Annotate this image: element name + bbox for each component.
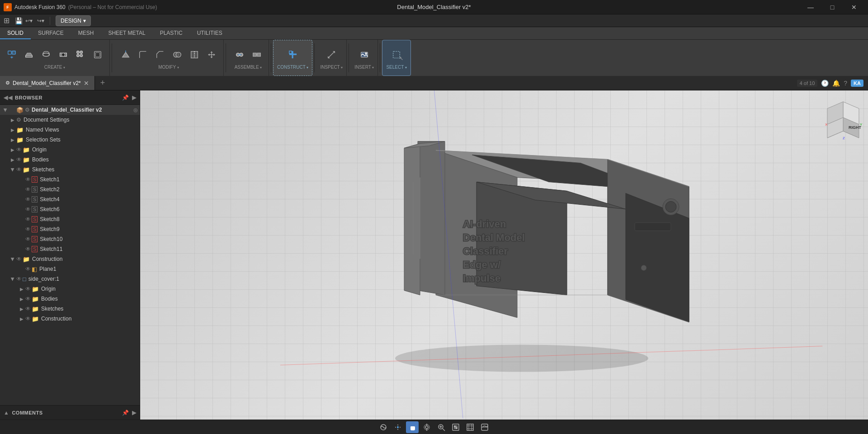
extrude-button[interactable] [21, 47, 37, 63]
construction1-eye-icon[interactable]: 👁 [16, 256, 22, 262]
tree-item-plane1[interactable]: ▶ 👁 ◧ Plane1 [0, 264, 140, 274]
sidebar-expand-button[interactable]: ▶ [132, 94, 137, 101]
tree-item-sketches2[interactable]: ▶ 👁 📁 Sketches [0, 304, 140, 314]
selection-sets-expand-arrow[interactable]: ▶ [9, 137, 16, 142]
undo-button[interactable]: ↩▾ [24, 17, 34, 25]
sketches2-eye-icon[interactable]: 👁 [25, 306, 31, 312]
environment-button[interactable] [478, 421, 491, 433]
redo-button[interactable]: ↪▾ [35, 17, 46, 25]
viewport[interactable]: AI-driven Dental Model Classifier Edge w… [140, 90, 868, 420]
tree-item-sketch9[interactable]: ▶ 👁 S Sketch9 [0, 224, 140, 234]
side-cover-expand-arrow[interactable]: ▶ [10, 275, 15, 283]
chamfer-button[interactable] [152, 47, 168, 63]
bodies2-eye-icon[interactable]: 👁 [25, 296, 31, 302]
rigid-group-button[interactable] [249, 47, 265, 63]
sketch6-eye-icon[interactable]: 👁 [25, 206, 31, 212]
bodies-expand-arrow[interactable]: ▶ [9, 157, 16, 162]
tree-item-selection-sets[interactable]: ▶ 📁 Selection Sets [0, 135, 140, 145]
grid-button[interactable] [464, 421, 476, 433]
origin-expand-arrow[interactable]: ▶ [9, 147, 16, 152]
root-target-icon[interactable]: ◎ [133, 107, 138, 113]
sketches2-expand-arrow[interactable]: ▶ [18, 307, 25, 311]
fillet-button[interactable] [135, 47, 151, 63]
minimize-button[interactable]: — [800, 0, 821, 14]
sketch9-eye-icon[interactable]: 👁 [25, 226, 31, 232]
tree-item-construction1[interactable]: ▶ 👁 📁 Construction [0, 254, 140, 264]
construct-main-button[interactable] [285, 47, 301, 63]
maximize-button[interactable]: □ [822, 0, 843, 14]
zoom-fit-button[interactable] [435, 421, 448, 433]
sketches-eye-icon[interactable]: 👁 [16, 166, 22, 173]
tree-item-sketch10[interactable]: ▶ 👁 S Sketch10 [0, 234, 140, 244]
sketches-expand-arrow[interactable]: ▶ [10, 166, 15, 173]
root-gear-icon[interactable]: ⚙ [25, 107, 30, 113]
tree-item-bodies2[interactable]: ▶ 👁 📁 Bodies [0, 294, 140, 304]
sketch11-eye-icon[interactable]: 👁 [25, 246, 31, 252]
tab-solid[interactable]: SOLID [0, 27, 31, 39]
select-button[interactable]: ↖ [388, 47, 405, 63]
tree-item-construction2[interactable]: ▶ 👁 📁 Construction [0, 314, 140, 324]
construction1-expand-arrow[interactable]: ▶ [10, 255, 15, 263]
sidebar-collapse-button[interactable]: ◀◀ [4, 94, 12, 101]
new-component-button[interactable] [4, 47, 20, 63]
named-views-expand-arrow[interactable]: ▶ [9, 127, 16, 132]
origin-eye-icon[interactable]: 👁 [16, 146, 22, 153]
look-button[interactable] [420, 421, 433, 433]
side-cover-eye-icon[interactable]: 👁 [16, 276, 22, 282]
save-icon[interactable]: 💾 [15, 17, 23, 24]
tab-sheet-metal[interactable]: SHEET METAL [101, 27, 152, 39]
tab-plastic[interactable]: PLASTIC [153, 27, 190, 39]
tree-item-sketch11[interactable]: ▶ 👁 S Sketch11 [0, 244, 140, 254]
sketch4-eye-icon[interactable]: 👁 [25, 196, 31, 203]
tree-item-side-cover[interactable]: ▶ 👁 □ side_cover:1 [0, 274, 140, 284]
app-grid-icon[interactable]: ⊞ [4, 16, 9, 25]
split-face-button[interactable] [186, 47, 203, 63]
orbit-button[interactable] [377, 421, 390, 433]
hole-button[interactable] [55, 47, 71, 63]
user-avatar[interactable]: KA [851, 80, 863, 87]
pattern-button[interactable] [72, 47, 89, 63]
sketch10-eye-icon[interactable]: 👁 [25, 236, 31, 242]
tree-item-sketch8[interactable]: ▶ 👁 S Sketch8 [0, 214, 140, 224]
tree-item-sketch2[interactable]: ▶ 👁 S Sketch2 [0, 184, 140, 194]
tree-item-named-views[interactable]: ▶ 📁 Named Views [0, 125, 140, 135]
display-mode-button[interactable] [449, 421, 462, 433]
tree-item-origin2[interactable]: ▶ 👁 📁 Origin [0, 284, 140, 294]
construction2-expand-arrow[interactable]: ▶ [18, 316, 25, 321]
sketch1-eye-icon[interactable]: 👁 [25, 176, 31, 183]
tree-item-origin[interactable]: ▶ 👁 📁 Origin [0, 145, 140, 155]
origin2-eye-icon[interactable]: 👁 [25, 286, 31, 292]
nav-cube[interactable]: RIGHT Y X Z [823, 99, 859, 136]
bodies2-expand-arrow[interactable]: ▶ [18, 297, 25, 302]
move-button[interactable] [203, 47, 220, 63]
shell-button[interactable] [90, 47, 106, 63]
tree-item-root[interactable]: ▶ 📦 ⚙ Dental_Model_Classifier v2 ◎ [0, 105, 140, 115]
joint-button[interactable] [231, 47, 248, 63]
tree-item-doc-settings[interactable]: ▶ ⚙ Document Settings [0, 115, 140, 125]
tab-surface[interactable]: SURFACE [31, 27, 71, 39]
comments-expand-icon[interactable]: ▲ [4, 410, 9, 416]
tab-close-button[interactable]: ✕ [84, 80, 89, 87]
close-button[interactable]: ✕ [844, 0, 864, 14]
tree-item-sketches[interactable]: ▶ 👁 📁 Sketches [0, 165, 140, 175]
construction2-eye-icon[interactable]: 👁 [25, 316, 31, 322]
comments-right-arrow[interactable]: ▶ [132, 410, 137, 416]
notifications-icon[interactable]: 🔔 [832, 80, 840, 87]
root-expand-arrow[interactable]: ▶ [3, 106, 8, 113]
comments-pin-icon[interactable]: 📌 [122, 410, 129, 416]
sidebar-pin-button[interactable]: 📌 [122, 94, 129, 101]
bodies-eye-icon[interactable]: 👁 [16, 156, 22, 163]
pan-button[interactable] [392, 421, 404, 433]
combine-button[interactable] [169, 47, 185, 63]
insert-image-button[interactable] [356, 47, 373, 63]
tab-mesh[interactable]: MESH [71, 27, 101, 39]
revolve-button[interactable] [38, 47, 54, 63]
push-pull-button[interactable] [118, 47, 134, 63]
tree-item-sketch4[interactable]: ▶ 👁 S Sketch4 [0, 194, 140, 204]
plane1-eye-icon[interactable]: 👁 [25, 266, 31, 272]
tree-item-bodies[interactable]: ▶ 👁 📁 Bodies [0, 155, 140, 165]
tab-utilities[interactable]: UTILITIES [190, 27, 230, 39]
design-mode-button[interactable]: DESIGN ▾ [56, 15, 91, 26]
tree-item-sketch6[interactable]: ▶ 👁 S Sketch6 [0, 204, 140, 214]
tree-item-sketch1[interactable]: ▶ 👁 S Sketch1 [0, 175, 140, 184]
